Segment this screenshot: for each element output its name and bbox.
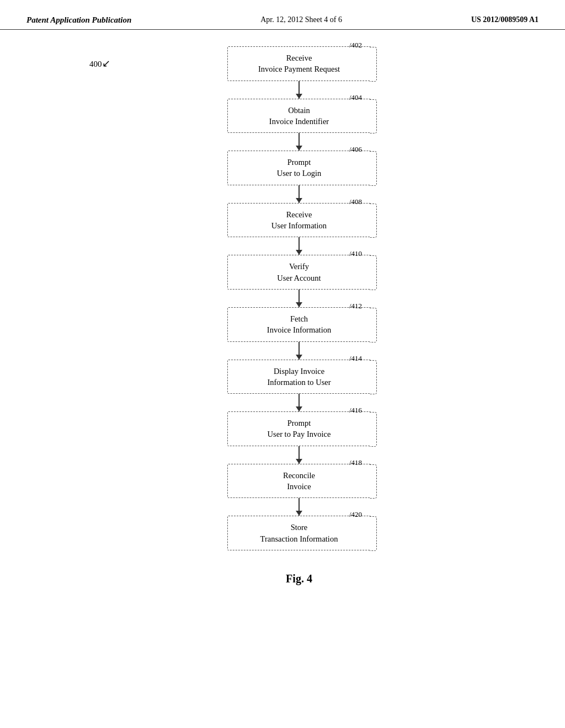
page-header: Patent Application Publication Apr. 12, … [0, 0, 565, 30]
connector-402 [299, 81, 300, 99]
flow-box-404: Obtain Invoice Indentifier [227, 99, 371, 133]
flow-step-412: Fetch Invoice Information/412 [227, 307, 371, 360]
header-date-sheet: Apr. 12, 2012 Sheet 4 of 6 [260, 15, 342, 24]
connector-404 [299, 133, 300, 151]
flow-step-420: Store Transaction Information/420 [227, 516, 371, 550]
connector-414 [299, 394, 300, 411]
flow-box-406: Prompt User to Login [227, 151, 371, 185]
flow-diagram: 400↙ Receive Invoice Payment Request/402… [134, 46, 465, 585]
flow-step-402: Receive Invoice Payment Request/402 [227, 46, 371, 99]
flow-step-406: Prompt User to Login/406 [227, 151, 371, 203]
flow-box-408: Receive User Information [227, 203, 371, 238]
step-number-402: /402 [349, 41, 362, 50]
figure-caption: Fig. 4 [286, 572, 312, 585]
header-patent-number: US 2012/0089509 A1 [471, 15, 539, 24]
header-publication-label: Patent Application Publication [26, 15, 131, 25]
step-number-416: /416 [349, 406, 362, 415]
flow-step-408: Receive User Information/408 [227, 203, 371, 255]
flow-box-416: Prompt User to Pay Invoice [227, 411, 371, 446]
connector-408 [299, 237, 300, 255]
step-number-420: /420 [349, 510, 362, 519]
connector-412 [299, 342, 300, 360]
flow-step-418: Reconcile Invoice/418 [227, 464, 371, 516]
flow-step-414: Display Invoice Information to User/414 [227, 360, 371, 412]
flow-step-404: Obtain Invoice Indentifier/404 [227, 99, 371, 151]
flow-step-416: Prompt User to Pay Invoice/416 [227, 411, 371, 464]
connector-418 [299, 498, 300, 516]
flow-box-402: Receive Invoice Payment Request [227, 46, 371, 81]
step-number-408: /408 [349, 197, 362, 206]
connector-410 [299, 290, 300, 307]
step-number-414: /414 [349, 354, 362, 363]
flow-box-418: Reconcile Invoice [227, 464, 371, 499]
step-number-404: /404 [349, 93, 362, 102]
step-number-412: /412 [349, 302, 362, 311]
step-number-406: /406 [349, 145, 362, 154]
main-content: 400↙ Receive Invoice Payment Request/402… [0, 30, 565, 607]
step-number-418: /418 [349, 458, 362, 467]
flow-step-410: Verify User Account/410 [227, 255, 371, 307]
flow-box-410: Verify User Account [227, 255, 371, 290]
flow-box-414: Display Invoice Information to User [227, 360, 371, 394]
step-number-410: /410 [349, 249, 362, 258]
connector-406 [299, 185, 300, 203]
figure-number-label: 400↙ [89, 57, 110, 69]
flow-box-420: Store Transaction Information [227, 516, 371, 550]
flow-box-412: Fetch Invoice Information [227, 307, 371, 342]
connector-416 [299, 446, 300, 464]
